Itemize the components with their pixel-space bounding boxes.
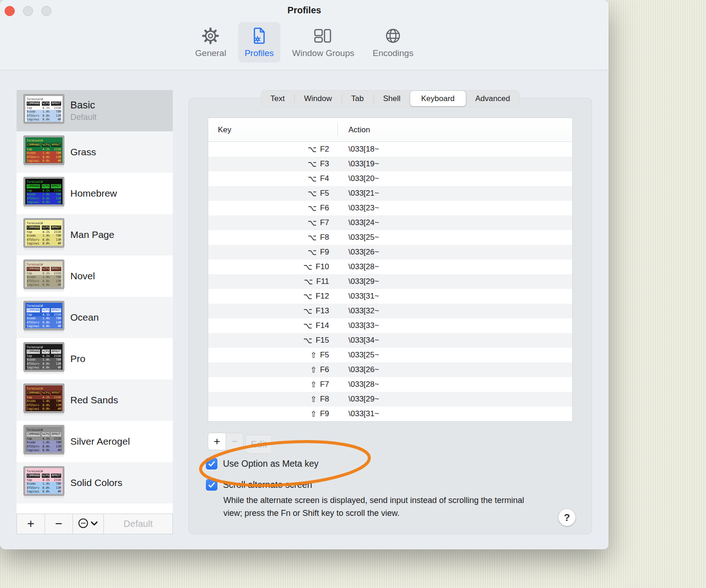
keymap-row-option-f15[interactable]: ⌥F15\033[34~ — [208, 333, 572, 348]
keymap-key: ⌥F13 — [208, 306, 329, 316]
keymap-row-shift-f7[interactable]: ⇧F7\033[28~ — [208, 377, 572, 392]
toolbar-item-profiles[interactable]: Profiles — [238, 22, 280, 62]
profile-thumbnail: Terminal# COMMAND %CPURPRVT top4.1%231KX… — [24, 467, 64, 499]
toolbar-label-encodings: Encodings — [373, 48, 414, 58]
profile-item-red-sands[interactable]: Terminal# COMMAND %CPURPRVT top4.1%231KX… — [17, 379, 173, 421]
scroll-alternate-screen-checkbox[interactable]: Scroll alternate screen — [206, 479, 312, 491]
window-chrome: Profiles — [0, 0, 609, 70]
profile-item-novel[interactable]: Terminal# COMMAND %CPURPRVT top4.1%231KX… — [17, 255, 173, 297]
profile-item-pro[interactable]: Terminal# COMMAND %CPURPRVT top4.1%231KX… — [17, 338, 173, 379]
shift-key-icon: ⇧ — [310, 395, 317, 404]
profile-item-grass[interactable]: Terminal# COMMAND %CPURPRVT top4.1%231KX… — [17, 131, 173, 173]
keymap-row-option-f12[interactable]: ⌥F12\033[31~ — [208, 289, 572, 304]
keymap-action: \033[25~ — [348, 233, 379, 242]
window-groups-icon — [313, 26, 333, 46]
profile-item-basic[interactable]: Terminal# COMMAND %CPURPRVT top4.1%231KX… — [17, 90, 173, 131]
profile-document-icon — [250, 26, 268, 46]
keymap-key: ⌥F8 — [208, 233, 329, 242]
keymap-row-option-f4[interactable]: ⌥F4\033[20~ — [208, 171, 572, 186]
toolbar-item-encodings[interactable]: Encodings — [366, 22, 420, 62]
profile-item-homebrew[interactable]: Terminal# COMMAND %CPURPRVT top4.1%231KX… — [17, 173, 173, 214]
profile-subtitle: Default — [70, 113, 97, 122]
help-button[interactable]: ? — [558, 509, 575, 526]
add-keymap-button[interactable]: + — [208, 433, 226, 450]
keymap-row-shift-f5[interactable]: ⇧F5\033[25~ — [208, 348, 572, 362]
keymap-key: ⌥F4 — [208, 174, 329, 183]
toolbar-label-profiles: Profiles — [245, 48, 273, 58]
keymap-row-option-f7[interactable]: ⌥F7\033[24~ — [208, 215, 572, 230]
keymap-action: \033[24~ — [348, 218, 379, 227]
keymap-key: ⇧F9 — [208, 409, 329, 418]
tab-tab[interactable]: Tab — [342, 90, 373, 107]
profile-item-solid-colors[interactable]: Terminal# COMMAND %CPURPRVT top4.1%231KX… — [17, 462, 173, 503]
profile-thumbnail: Terminal# COMMAND %CPURPRVT top4.1%231KX… — [24, 301, 64, 334]
keymap-row-option-f5[interactable]: ⌥F5\033[21~ — [208, 186, 572, 201]
shift-key-icon: ⇧ — [310, 365, 317, 374]
keymap-action: \033[29~ — [348, 277, 379, 286]
shift-key-icon: ⇧ — [310, 351, 317, 360]
keymap-key: ⌥F11 — [208, 277, 329, 286]
keymap-row-option-f14[interactable]: ⌥F14\033[33~ — [208, 318, 572, 333]
profile-list: Terminal# COMMAND %CPURPRVT top4.1%231KX… — [17, 90, 173, 503]
profile-meta: Pro — [70, 353, 85, 364]
toolbar-item-window-groups[interactable]: Window Groups — [286, 22, 361, 62]
profile-item-silver-aerogel[interactable]: Terminal# COMMAND %CPURPRVT top4.1%231KX… — [17, 421, 173, 462]
keymap-row-option-f8[interactable]: ⌥F8\033[25~ — [208, 230, 572, 245]
tab-advanced[interactable]: Advanced — [466, 90, 520, 107]
profile-thumbnail: Terminal# COMMAND %CPURPRVT top4.1%231KX… — [24, 343, 64, 375]
use-option-as-meta-key-checkbox[interactable]: Use Option as Meta key — [206, 458, 319, 469]
use-option-as-meta-key-label: Use Option as Meta key — [223, 458, 319, 469]
keymap-buttons: + − Edit — [208, 433, 272, 454]
keymap-row-option-f9[interactable]: ⌥F9\033[26~ — [208, 245, 572, 260]
remove-profile-button[interactable]: − — [45, 514, 73, 534]
keymap-row-shift-f8[interactable]: ⇧F8\033[29~ — [208, 392, 572, 407]
toolbar-label-general: General — [195, 48, 227, 58]
keymap-key: ⌥F5 — [208, 189, 329, 198]
keymap-row-shift-f9[interactable]: ⇧F9\033[31~ — [208, 407, 572, 421]
keymap-row-option-f2[interactable]: ⌥F2\033[18~ — [208, 142, 572, 157]
toolbar-item-general[interactable]: General — [189, 22, 233, 62]
shift-key-icon: ⇧ — [310, 380, 317, 389]
profile-meta: Man Page — [70, 229, 114, 240]
keymap-action: \033[25~ — [348, 351, 379, 360]
tab-shell[interactable]: Shell — [373, 90, 410, 107]
profile-name: Ocean — [70, 312, 99, 323]
set-default-button[interactable]: Default — [104, 514, 172, 534]
keymap-action: \033[28~ — [348, 380, 379, 389]
profile-item-man-page[interactable]: Terminal# COMMAND %CPURPRVT top4.1%231KX… — [17, 214, 173, 255]
tab-window[interactable]: Window — [295, 90, 342, 107]
keymap-row-option-f11[interactable]: ⌥F11\033[29~ — [208, 274, 572, 289]
keymap-row-option-f6[interactable]: ⌥F6\033[23~ — [208, 201, 572, 215]
edit-keymap-button[interactable]: Edit — [245, 435, 272, 454]
keymap-row-option-f10[interactable]: ⌥F10\033[28~ — [208, 260, 572, 274]
profile-name: Red Sands — [70, 395, 118, 406]
gear-icon — [201, 26, 220, 46]
keymap-row-option-f3[interactable]: ⌥F3\033[19~ — [208, 157, 572, 171]
keymap-key: ⌥F15 — [208, 336, 329, 345]
option-key-icon: ⌥ — [308, 233, 317, 242]
profile-item-ocean[interactable]: Terminal# COMMAND %CPURPRVT top4.1%231KX… — [17, 297, 173, 338]
tab-keyboard[interactable]: Keyboard — [410, 91, 466, 106]
profile-thumbnail: Terminal# COMMAND %CPURPRVT top4.1%231KX… — [24, 219, 64, 251]
profile-meta: Homebrew — [70, 188, 117, 199]
option-key-icon: ⌥ — [308, 189, 317, 198]
keymap-row-option-f13[interactable]: ⌥F13\033[32~ — [208, 304, 572, 318]
tab-text[interactable]: Text — [261, 90, 294, 107]
remove-keymap-button[interactable]: − — [226, 433, 244, 450]
option-key-icon: ⌥ — [303, 321, 313, 330]
more-options-button[interactable] — [73, 514, 104, 534]
profile-meta: Ocean — [70, 312, 99, 323]
keymap-row-shift-f6[interactable]: ⇧F6\033[26~ — [208, 362, 572, 377]
shift-key-icon: ⇧ — [310, 409, 317, 418]
keymap-action: \033[31~ — [348, 409, 379, 418]
add-profile-button[interactable]: + — [17, 514, 45, 534]
checkbox-checked-icon — [206, 458, 217, 469]
keymap-key: ⇧F6 — [208, 365, 329, 374]
checkbox-checked-icon — [206, 479, 217, 491]
keymap-key: ⌥F9 — [208, 248, 329, 257]
option-key-icon: ⌥ — [308, 174, 317, 183]
profile-meta: Red Sands — [70, 395, 118, 406]
keymap-action: \033[26~ — [348, 365, 379, 374]
alternate-screen-help-text: While the alternate screen is displayed,… — [223, 494, 527, 520]
option-key-icon: ⌥ — [303, 336, 313, 345]
